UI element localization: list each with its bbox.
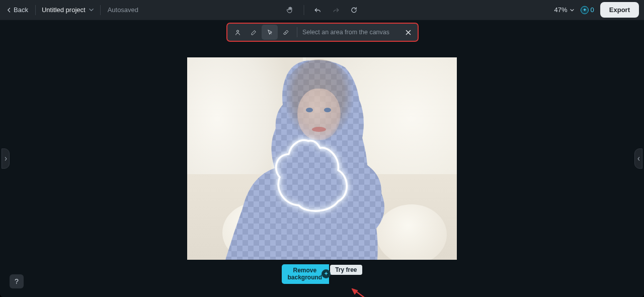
lasso-tool[interactable] xyxy=(262,25,278,40)
subject-face xyxy=(297,89,341,140)
divider xyxy=(100,5,101,15)
pillow-right xyxy=(376,204,447,260)
coin-icon: ✦ xyxy=(581,6,589,14)
divider xyxy=(304,5,304,15)
export-button[interactable]: Export xyxy=(600,2,639,18)
close-toolbar-button[interactable] xyxy=(400,25,416,40)
undo-icon xyxy=(314,6,322,14)
left-panel-toggle[interactable] xyxy=(2,148,10,169)
project-title-text: Untitled project xyxy=(42,6,86,14)
brush-icon xyxy=(250,29,258,36)
remove-bg-line1: Remove xyxy=(287,267,322,274)
back-button[interactable]: Back xyxy=(3,4,31,16)
credits-indicator[interactable]: ✦ 0 xyxy=(581,6,594,14)
svg-line-1 xyxy=(355,290,370,297)
annotation-arrow xyxy=(351,288,371,297)
lasso-icon xyxy=(266,29,274,36)
canvas[interactable] xyxy=(187,57,457,260)
remove-bg-line2: background xyxy=(287,274,322,281)
brush-tool[interactable] xyxy=(246,25,262,40)
zoom-value: 47% xyxy=(554,6,568,14)
project-title-dropdown[interactable]: Untitled project xyxy=(40,4,96,16)
subject-eye-left xyxy=(306,108,313,112)
autosaved-status: Autosaved xyxy=(108,6,138,14)
help-button[interactable]: ? xyxy=(10,274,24,288)
eraser-icon xyxy=(282,29,290,36)
redo-icon xyxy=(332,6,340,14)
subject-mouth xyxy=(312,127,326,132)
chevron-left-icon xyxy=(6,7,12,13)
try-free-button[interactable]: Try free xyxy=(330,265,362,275)
subject-eye-right xyxy=(324,108,331,112)
reset-icon xyxy=(350,6,358,14)
toolbar-hint: Select an area from the canvas xyxy=(300,29,400,36)
chevron-down-icon xyxy=(570,8,575,13)
workspace: Select an area from the canvas xyxy=(0,20,644,297)
zoom-dropdown[interactable]: 47% xyxy=(554,6,575,14)
close-icon xyxy=(405,29,412,36)
eraser-tool[interactable] xyxy=(278,25,294,40)
svg-marker-2 xyxy=(352,288,358,294)
remove-background-button[interactable]: Remove background ✦ xyxy=(282,264,329,284)
cta-bar: Remove background ✦ Try free xyxy=(282,264,362,284)
help-icon: ? xyxy=(15,277,19,285)
hand-icon xyxy=(286,6,294,14)
back-label: Back xyxy=(14,6,28,14)
hand-tool[interactable] xyxy=(283,3,298,18)
coin-icon: ✦ xyxy=(321,269,331,278)
chevron-right-icon xyxy=(4,156,8,162)
right-panel-toggle[interactable] xyxy=(634,148,642,169)
selection-toolbar: Select an area from the canvas xyxy=(226,23,419,42)
svg-point-0 xyxy=(236,30,238,32)
undo-button[interactable] xyxy=(310,3,326,18)
top-bar: Back Untitled project Autosaved xyxy=(0,0,644,20)
chevron-left-icon xyxy=(637,156,640,162)
person-icon xyxy=(234,29,242,36)
select-person-tool[interactable] xyxy=(229,25,246,40)
reset-button[interactable] xyxy=(347,3,362,18)
chevron-down-icon xyxy=(89,7,94,13)
credits-value: 0 xyxy=(591,6,594,14)
redo-button[interactable] xyxy=(329,3,344,18)
divider xyxy=(297,27,297,37)
divider xyxy=(35,5,36,15)
